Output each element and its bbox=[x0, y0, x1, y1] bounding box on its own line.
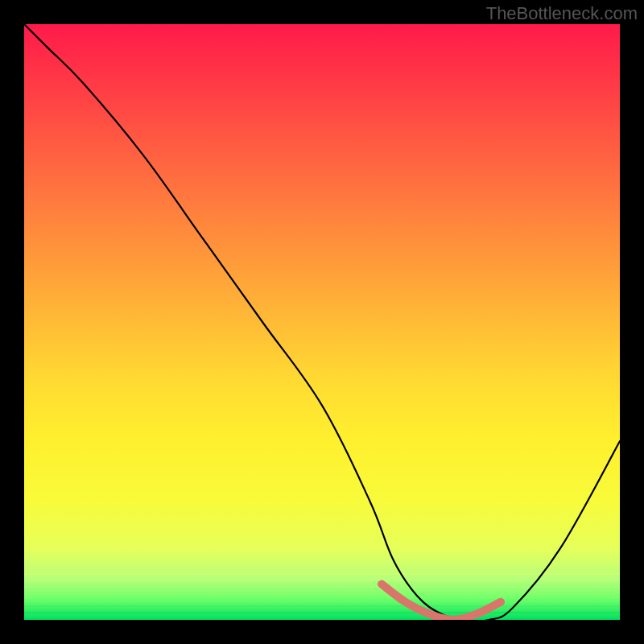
chart-container: TheBottleneck.com bbox=[0, 0, 644, 644]
watermark-text: TheBottleneck.com bbox=[486, 3, 638, 24]
bottleneck-curve-svg bbox=[24, 24, 620, 620]
optimal-zone-highlight bbox=[382, 584, 501, 620]
plot-area bbox=[24, 24, 620, 620]
bottleneck-curve-line bbox=[24, 24, 620, 620]
